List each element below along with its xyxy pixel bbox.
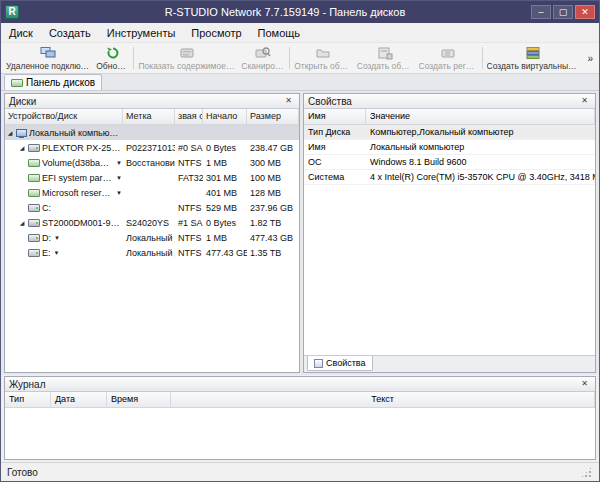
- dropdown-icon[interactable]: ▼: [116, 190, 122, 196]
- table-row[interactable]: E: ▼ Локальный ди... NTFS 477.43 GB 1.35…: [5, 245, 299, 260]
- minimize-button[interactable]: –: [531, 5, 551, 19]
- close-icon[interactable]: ✕: [282, 95, 295, 107]
- partition-icon: [28, 159, 40, 167]
- statusbar: Готово: [1, 462, 599, 481]
- tabbar: Панель дисков: [1, 74, 599, 91]
- table-row[interactable]: D: ▼ Локальный ди... NTFS 1 MB 477.43 GB: [5, 230, 299, 245]
- cell-fs: FAT32: [175, 173, 203, 183]
- close-icon[interactable]: ✕: [578, 95, 591, 107]
- column-header[interactable]: Размер: [247, 109, 299, 124]
- refresh-button[interactable]: Обновить: [93, 44, 132, 72]
- partition-icon: [28, 189, 40, 197]
- device-name: E:: [42, 248, 51, 258]
- cell-fs: #1 SA...: [175, 218, 203, 228]
- column-header[interactable]: Дата: [51, 392, 107, 407]
- toolbar-overflow-button[interactable]: »: [583, 53, 597, 64]
- table-row[interactable]: EFI system partition ▼ FAT32 301 MB 100 …: [5, 170, 299, 185]
- disks-panel: Диски ✕ Устройство/Диск Метка звая си На…: [4, 93, 300, 373]
- cell-fs: NTFS: [175, 203, 203, 213]
- cell-fs: #0 SA...: [175, 143, 203, 153]
- open-image-button[interactable]: Открыть образ...: [291, 44, 354, 72]
- property-row[interactable]: Тип Диска Компьютер,Локальный компьютер: [304, 125, 595, 140]
- table-row[interactable]: ◢ ST2000DM001-9YN164 C... S24020YS #1 SA…: [5, 215, 299, 230]
- property-row[interactable]: ОС Windows 8.1 Build 9600: [304, 155, 595, 170]
- dropdown-icon[interactable]: ▼: [54, 250, 60, 256]
- resize-grip-icon[interactable]: [580, 466, 593, 479]
- create-image-button[interactable]: Создать образ...: [354, 44, 416, 72]
- tab-properties[interactable]: Свойства: [307, 356, 373, 371]
- create-region-button[interactable]: Создать регион...: [416, 44, 481, 72]
- logical-disk-icon: [28, 204, 40, 212]
- journal-panel-header: Журнал ✕: [5, 377, 595, 392]
- toolbar-separator: [289, 47, 290, 69]
- maximize-button[interactable]: ▢: [553, 5, 573, 19]
- tab-label: Свойства: [326, 358, 366, 368]
- table-row[interactable]: ◢ Локальный компьютер: [5, 125, 299, 140]
- cell-start: 529 MB: [203, 203, 247, 213]
- menu-disk[interactable]: Диск: [1, 25, 41, 41]
- table-row[interactable]: Volume(d38ba4aa-24 ▼ Восстановить NTFS 1…: [5, 155, 299, 170]
- dropdown-icon[interactable]: ▼: [116, 175, 122, 181]
- cell-label: Восстановить: [123, 158, 175, 168]
- table-row[interactable]: Microsoft reserved p. ▼ 401 MB 128 MB: [5, 185, 299, 200]
- show-disk-content-icon: [179, 46, 195, 61]
- cell-label: S24020YS: [123, 218, 175, 228]
- table-row[interactable]: ◢ PLEXTOR PX-256M5Pro 1... P02237101359 …: [5, 140, 299, 155]
- titlebar: R R-STUDIO Network 7.7.159149 - Панель д…: [1, 1, 599, 23]
- column-header[interactable]: Имя: [304, 109, 366, 124]
- property-value: Локальный компьютер: [366, 142, 595, 152]
- column-header[interactable]: Устройство/Диск: [5, 109, 123, 124]
- column-header[interactable]: Начало: [203, 109, 247, 124]
- create-virtual-raid-button[interactable]: Создать виртуальный RAID: [484, 44, 584, 72]
- properties-empty-area: [304, 185, 595, 355]
- hard-drive-icon: [28, 144, 40, 152]
- column-header[interactable]: Текст: [171, 392, 595, 407]
- toolbar-label: Обновить: [96, 61, 129, 71]
- journal-panel: Журнал ✕ Тип Дата Время Текст: [4, 376, 596, 460]
- dropdown-icon[interactable]: ▼: [54, 235, 60, 241]
- device-name: Локальный компьютер: [29, 128, 122, 138]
- create-region-icon: [440, 46, 456, 61]
- expander-icon[interactable]: ◢: [18, 144, 26, 151]
- device-name: EFI system partition: [42, 173, 113, 183]
- tab-disk-panel[interactable]: Панель дисков: [4, 74, 102, 90]
- hard-drive-icon: [28, 219, 40, 227]
- app-icon: R: [5, 5, 19, 19]
- journal-column-headers: Тип Дата Время Текст: [5, 392, 595, 408]
- device-name: Volume(d38ba4aa-24: [42, 158, 113, 168]
- journal-empty-area: [5, 408, 595, 459]
- menu-view[interactable]: Просмотр: [183, 25, 249, 41]
- expander-icon[interactable]: ◢: [6, 129, 14, 136]
- property-name: Имя: [304, 142, 366, 152]
- disks-panel-header: Диски ✕: [5, 94, 299, 109]
- column-header[interactable]: Тип: [5, 392, 51, 407]
- expander-icon[interactable]: ◢: [18, 219, 26, 226]
- close-button[interactable]: ✕: [575, 5, 595, 19]
- cell-start: 1 MB: [203, 158, 247, 168]
- toolbar-separator: [482, 47, 483, 69]
- cell-size: 128 MB: [247, 188, 299, 198]
- show-disk-content-button[interactable]: Показать содержимое диска: [135, 44, 238, 72]
- remote-connect-button[interactable]: Удаленное подключение: [3, 44, 93, 72]
- column-header[interactable]: Время: [107, 392, 171, 407]
- toolbar-label: Открыть образ...: [294, 61, 351, 71]
- table-row[interactable]: C: NTFS 529 MB 237.96 GB: [5, 200, 299, 215]
- menu-tools[interactable]: Инструменты: [99, 25, 184, 41]
- logical-disk-icon: [28, 234, 40, 242]
- partition-icon: [28, 174, 40, 182]
- property-row[interactable]: Система 4 x Intel(R) Core(TM) i5-3570K C…: [304, 170, 595, 185]
- scan-button[interactable]: Сканировать: [238, 44, 288, 72]
- toolbar: Удаленное подключение Обновить Показать …: [1, 42, 599, 74]
- column-header[interactable]: Метка: [123, 109, 175, 124]
- cell-fs: NTFS: [175, 158, 203, 168]
- column-header[interactable]: Значение: [366, 109, 595, 124]
- column-header[interactable]: звая си: [175, 109, 203, 124]
- toolbar-label: Сканировать: [241, 61, 285, 71]
- close-icon[interactable]: ✕: [578, 378, 591, 390]
- toolbar-separator: [133, 47, 134, 69]
- remote-connect-icon: [40, 46, 56, 61]
- dropdown-icon[interactable]: ▼: [116, 160, 122, 166]
- menu-help[interactable]: Помощь: [250, 25, 309, 41]
- property-row[interactable]: Имя Локальный компьютер: [304, 140, 595, 155]
- menu-create[interactable]: Создать: [41, 25, 99, 41]
